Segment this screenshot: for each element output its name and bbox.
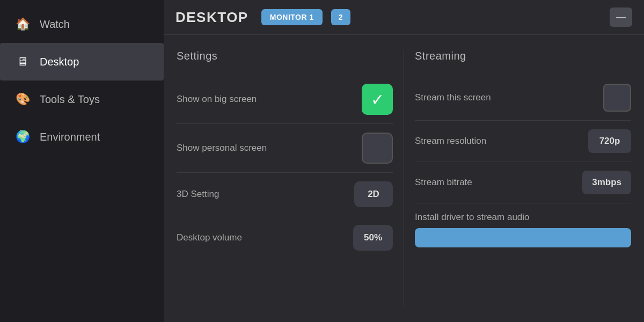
minimize-button[interactable]: — (610, 8, 632, 27)
volume-label: Desktop volume (177, 232, 242, 243)
install-driver-row: Install driver to stream audio (415, 203, 631, 256)
stream-bitrate-label: Stream bitrate (415, 177, 472, 188)
stream-resolution-button[interactable]: 720p (588, 129, 631, 153)
stream-resolution-label: Stream resolution (415, 136, 486, 147)
sidebar-label-tools: Tools & Toys (40, 93, 100, 106)
main-panel: DESKTOP MONITOR 1 2 — Settings Show on b… (164, 0, 644, 322)
sidebar-label-desktop: Desktop (40, 56, 79, 68)
setting-row-big-screen: Show on big screen ✓ (177, 75, 393, 124)
sidebar-item-environment[interactable]: 🌍 Environment (0, 118, 164, 156)
install-driver-label: Install driver to stream audio (415, 212, 631, 223)
sidebar-item-desktop[interactable]: 🖥 Desktop (0, 43, 164, 80)
personal-screen-checkbox[interactable] (362, 133, 393, 164)
sidebar-label-watch: Watch (40, 18, 70, 31)
home-icon: 🏠 (15, 17, 30, 31)
globe-icon: 🌍 (15, 130, 30, 144)
settings-column: Settings Show on big screen ✓ Show perso… (177, 50, 404, 307)
sidebar: 🏠 Watch 🖥 Desktop 🎨 Tools & Toys 🌍 Envir… (0, 0, 164, 322)
personal-screen-label: Show personal screen (177, 143, 267, 153)
stream-bitrate-button[interactable]: 3mbps (582, 171, 631, 194)
volume-button[interactable]: 50% (353, 225, 393, 251)
stream-row-this-screen: Stream this screen (415, 75, 631, 121)
stream-this-screen-label: Stream this screen (415, 92, 491, 103)
monitor2-button[interactable]: 2 (331, 9, 350, 25)
setting-row-personal-screen: Show personal screen (177, 124, 393, 173)
checkmark-icon: ✓ (371, 90, 384, 109)
3d-setting-button[interactable]: 2D (354, 181, 393, 207)
settings-title: Settings (177, 50, 393, 62)
header: DESKTOP MONITOR 1 2 — (164, 0, 644, 35)
palette-icon: 🎨 (15, 92, 30, 106)
big-screen-checkbox[interactable]: ✓ (362, 84, 393, 115)
sidebar-item-watch[interactable]: 🏠 Watch (0, 5, 164, 43)
streaming-title: Streaming (415, 50, 631, 62)
big-screen-label: Show on big screen (177, 94, 257, 105)
stream-row-bitrate: Stream bitrate 3mbps (415, 162, 631, 203)
3d-setting-label: 3D Setting (177, 189, 219, 200)
streaming-column: Streaming Stream this screen Stream reso… (404, 50, 631, 307)
desktop-icon: 🖥 (15, 55, 30, 69)
setting-row-volume: Desktop volume 50% (177, 216, 393, 259)
setting-row-3d: 3D Setting 2D (177, 173, 393, 216)
stream-row-resolution: Stream resolution 720p (415, 121, 631, 162)
install-driver-bar[interactable] (415, 228, 631, 247)
sidebar-item-tools[interactable]: 🎨 Tools & Toys (0, 80, 164, 118)
monitor1-button[interactable]: MONITOR 1 (261, 9, 323, 25)
sidebar-label-environment: Environment (40, 131, 100, 143)
stream-this-screen-checkbox[interactable] (603, 84, 631, 112)
page-title: DESKTOP (175, 9, 248, 26)
content-area: Settings Show on big screen ✓ Show perso… (164, 35, 644, 322)
